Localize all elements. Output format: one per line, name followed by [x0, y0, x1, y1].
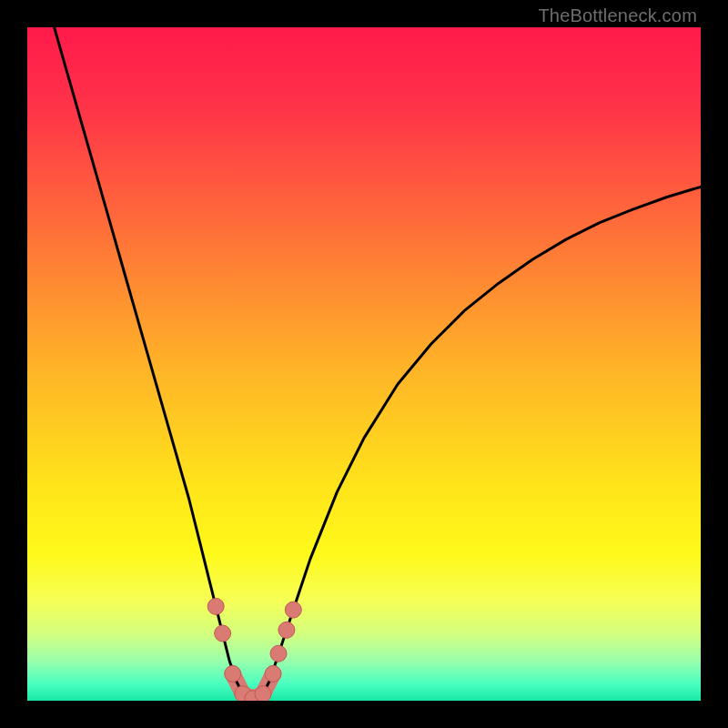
chart-svg — [27, 27, 701, 701]
curve-markers — [207, 598, 301, 701]
bottleneck-curve — [55, 27, 701, 699]
curve-marker — [225, 665, 241, 682]
curve-marker — [215, 625, 231, 642]
curve-marker — [270, 645, 287, 662]
chart-frame: TheBottleneck.com — [0, 0, 728, 728]
curve-marker — [265, 665, 281, 682]
curve-marker — [285, 602, 301, 618]
curve-marker — [207, 598, 224, 614]
curve-marker — [278, 622, 295, 638]
curve-marker — [255, 686, 271, 701]
watermark-text: TheBottleneck.com — [538, 5, 697, 26]
plot-area — [27, 27, 701, 701]
